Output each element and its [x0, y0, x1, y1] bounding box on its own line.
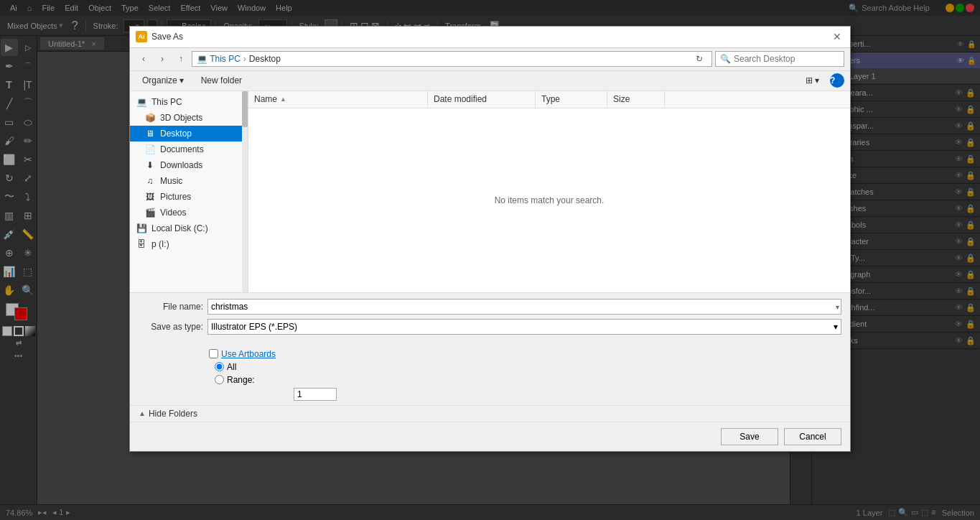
sidebar-scrollbar[interactable]	[242, 91, 248, 292]
dialog-overlay: Ai Save As ✕ ‹ › ↑ 💻 This PC › Desktop ↻	[0, 0, 980, 520]
use-artboards-label[interactable]: Use Artboards	[221, 349, 276, 359]
collapse-arrow-icon: ▲	[139, 409, 146, 417]
videos-icon: 🎬	[144, 207, 156, 218]
use-artboards-checkbox[interactable]	[209, 349, 218, 358]
dialog-filelist: Name ▲ Date modified Type Size No items …	[248, 91, 850, 292]
savetype-label: Save as type:	[139, 322, 203, 332]
sidebar-local-disk[interactable]: 💾 Local Disk (C:)	[130, 220, 248, 236]
dialog-help-btn[interactable]: ?	[830, 73, 844, 88]
view-icon: ⊞	[806, 75, 813, 85]
3d-objects-icon: 📦	[144, 112, 156, 124]
all-radio[interactable]	[215, 362, 224, 371]
address-this-pc[interactable]: 💻 This PC	[197, 54, 241, 64]
organize-chevron: ▾	[179, 75, 184, 85]
dialog-close-btn[interactable]: ✕	[830, 29, 844, 44]
dialog-title: Save As	[151, 32, 830, 42]
col-name-header[interactable]: Name ▲	[248, 91, 428, 108]
filename-row: File name: ▾	[139, 299, 841, 315]
documents-icon: 📄	[144, 144, 156, 155]
filename-input-wrapper[interactable]: ▾	[207, 299, 841, 315]
dialog-sidebar: 💻 This PC 📦 3D Objects 🖥 Desktop 📄 Docum…	[130, 91, 248, 292]
sidebar-desktop[interactable]: 🖥 Desktop	[130, 126, 248, 141]
range-value-row	[139, 388, 841, 401]
col-date-header[interactable]: Date modified	[428, 91, 536, 108]
col-size-header[interactable]: Size	[607, 91, 665, 108]
sort-arrow: ▲	[280, 96, 286, 103]
sidebar-videos[interactable]: 🎬 Videos	[130, 205, 248, 220]
range-radio[interactable]	[215, 375, 224, 384]
dialog-nav-bar: ‹ › ↑ 💻 This PC › Desktop ↻ 🔍	[130, 48, 850, 71]
address-bar[interactable]: 💻 This PC › Desktop ↻	[192, 51, 712, 67]
search-input[interactable]	[734, 54, 841, 64]
sidebar-scroll-thumb	[242, 91, 248, 127]
search-icon: 🔍	[720, 54, 731, 64]
savetype-row: Save as type: Illustrator EPS (*.EPS) ▾	[139, 319, 841, 335]
search-box[interactable]: 🔍	[715, 51, 844, 67]
organize-btn[interactable]: Organize ▾	[136, 73, 190, 88]
sidebar-this-pc[interactable]: 💻 This PC	[130, 94, 248, 110]
dialog-app-icon: Ai	[136, 31, 147, 42]
range-value-input[interactable]	[294, 388, 337, 401]
sidebar-music[interactable]: ♫ Music	[130, 173, 248, 189]
this-pc-icon: 💻	[136, 96, 147, 108]
cancel-button[interactable]: Cancel	[784, 428, 841, 445]
hide-folders-row[interactable]: ▲ Hide Folders	[130, 405, 850, 422]
filename-dropdown-arrow[interactable]: ▾	[836, 302, 839, 310]
dialog-options: Use Artboards All Range:	[130, 345, 850, 405]
filename-input[interactable]	[211, 302, 838, 312]
savetype-select[interactable]: Illustrator EPS (*.EPS) ▾	[207, 319, 841, 335]
p-drive-icon: 🗄	[136, 238, 147, 250]
downloads-icon: ⬇	[144, 159, 156, 171]
desktop-icon: 🖥	[144, 128, 156, 139]
dialog-titlebar: Ai Save As ✕	[130, 27, 850, 48]
filename-label: File name:	[139, 302, 203, 312]
col-type-header[interactable]: Type	[536, 91, 607, 108]
pictures-icon: 🖼	[144, 191, 156, 203]
new-folder-btn[interactable]: New folder	[195, 73, 248, 88]
sidebar-p-drive[interactable]: 🗄 p (I:)	[130, 236, 248, 252]
filelist-empty-message: No items match your search.	[248, 108, 850, 292]
sidebar-documents[interactable]: 📄 Documents	[130, 141, 248, 157]
save-as-dialog: Ai Save As ✕ ‹ › ↑ 💻 This PC › Desktop ↻	[129, 26, 851, 452]
all-label: All	[227, 362, 236, 372]
hide-folders-label: Hide Folders	[149, 409, 197, 419]
sidebar-3d-objects[interactable]: 📦 3D Objects	[130, 110, 248, 126]
dialog-form: File name: ▾ Save as type: Illustrator E…	[130, 292, 850, 345]
nav-up-btn[interactable]: ↑	[173, 51, 189, 67]
nav-forward-btn[interactable]: ›	[154, 51, 170, 67]
sidebar-pictures[interactable]: 🖼 Pictures	[130, 189, 248, 205]
dialog-actions: Save Cancel	[130, 422, 850, 451]
range-label: Range:	[227, 375, 255, 385]
nav-back-btn[interactable]: ‹	[136, 51, 151, 67]
all-radio-row: All	[139, 362, 841, 372]
address-desktop: Desktop	[249, 54, 281, 64]
view-chevron: ▾	[815, 75, 819, 85]
dialog-main: 💻 This PC 📦 3D Objects 🖥 Desktop 📄 Docum…	[130, 91, 850, 292]
save-button[interactable]: Save	[721, 428, 778, 445]
range-radio-row: Range:	[139, 375, 841, 385]
local-disk-icon: 💾	[136, 223, 147, 234]
dialog-toolbar: Organize ▾ New folder ⊞ ▾ ?	[130, 71, 850, 91]
view-toggle-btn[interactable]: ⊞ ▾	[799, 73, 826, 88]
address-separator: ›	[243, 54, 246, 64]
music-icon: ♫	[144, 175, 156, 187]
filelist-header: Name ▲ Date modified Type Size	[248, 91, 850, 108]
nav-refresh-btn[interactable]: ↻	[691, 51, 707, 67]
use-artboards-row: Use Artboards	[139, 349, 841, 359]
sidebar-downloads[interactable]: ⬇ Downloads	[130, 157, 248, 173]
savetype-arrow: ▾	[834, 322, 838, 332]
